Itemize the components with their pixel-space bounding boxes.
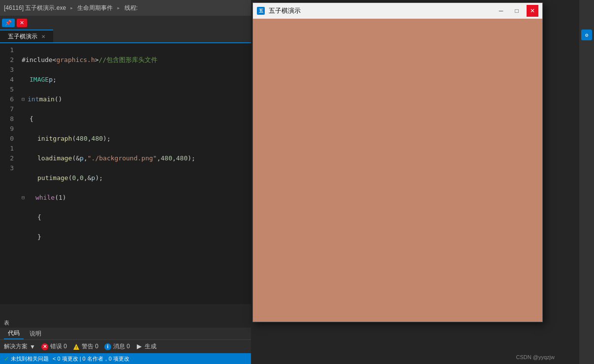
csdn-watermark: CSDN @yyqzjw	[516, 354, 555, 360]
tab-desc-label: 说明	[30, 330, 41, 337]
warning-label: 警告 0	[82, 342, 98, 351]
tab-code-label: 代码	[8, 330, 20, 336]
tab-desc[interactable]: 说明	[26, 329, 45, 339]
active-tab[interactable]: 五子棋演示 ✕	[0, 30, 53, 42]
right-bar-icon[interactable]: ⚙	[581, 30, 592, 40]
tab-code[interactable]: 代码	[4, 328, 24, 339]
code-line-10: }	[22, 232, 247, 240]
bottom-tabs: 代码 说明	[0, 328, 251, 339]
close-button[interactable]: ✕	[17, 19, 27, 27]
float-window-title: 五子棋演示	[269, 6, 491, 15]
tab-bar: 五子棋演示 ✕	[0, 30, 251, 43]
error-bar: 解决方案 ▼ ✕ 错误 0 ! 警告 0 i 消息 0 生成	[0, 339, 251, 353]
code-empty-area	[0, 240, 251, 304]
error-item[interactable]: ✕ 错误 0	[41, 342, 67, 351]
pin-button[interactable]: 📌	[2, 19, 15, 27]
line-numbers: 1 2 3 4 5 6 7 8 9 0 1 2 3	[0, 43, 18, 240]
message-label: 消息 0	[113, 342, 130, 351]
svg-text:!: !	[76, 345, 77, 350]
status-check-item: ✓ 未找到相关问题	[4, 355, 49, 363]
message-item[interactable]: i 消息 0	[104, 342, 130, 351]
status-no-issues: 未找到相关问题	[11, 355, 49, 363]
check-icon: ✓	[4, 355, 9, 363]
code-line-1: #include<graphics.h>//包含图形库头文件	[22, 55, 247, 65]
code-content[interactable]: #include<graphics.h>//包含图形库头文件 IMAGE p; …	[18, 43, 251, 240]
code-line-8: ⊟while (1)	[22, 193, 247, 203]
lifecycle-label: 生命周期事件	[77, 4, 113, 12]
title-bar: [46116] 五子棋演示.exe ▸ 生命周期事件 ▸ 线程:	[0, 0, 251, 16]
float-window[interactable]: 五 五子棋演示 ─ □ ✕	[252, 2, 543, 322]
message-icon: i	[104, 343, 111, 350]
thread-label: 线程:	[125, 4, 138, 12]
code-editor[interactable]: 1 2 3 4 5 6 7 8 9 0 1 2 3 #include<graph…	[0, 43, 251, 240]
title-sep: ▸	[70, 4, 73, 11]
git-status-text: < 0 项更改 | 0 名作者，0 项更改	[53, 355, 129, 363]
solution-label: 解决方案	[4, 342, 28, 351]
git-status-item: < 0 项更改 | 0 名作者，0 项更改	[53, 355, 129, 363]
title-text: [46116] 五子棋演示.exe	[4, 4, 66, 12]
float-window-icon: 五	[257, 7, 265, 15]
solution-dropdown-icon[interactable]: ▼	[30, 343, 35, 350]
code-line-7: putimage(0, 0, &p);	[22, 173, 247, 183]
status-bar: ✓ 未找到相关问题 < 0 项更改 | 0 名作者，0 项更改	[0, 353, 251, 364]
tab-name: 五子棋演示	[8, 32, 37, 41]
code-line-6: loadimage(&p, "./background.png", 480, 4…	[22, 153, 247, 163]
warning-icon: !	[73, 343, 80, 350]
maximize-button[interactable]: □	[511, 5, 523, 17]
tab-close-icon[interactable]: ✕	[41, 34, 45, 39]
code-line-9: {	[22, 212, 247, 222]
build-item[interactable]: 生成	[136, 342, 156, 351]
panel-title: 表	[0, 318, 251, 328]
panel-title-text: 表	[4, 319, 9, 327]
code-line-5: initgraph(480, 480);	[22, 134, 247, 144]
warning-item[interactable]: ! 警告 0	[73, 342, 98, 351]
code-line-4: {	[22, 114, 247, 124]
solution-dropdown[interactable]: 解决方案 ▼	[4, 342, 35, 351]
error-label: 错误 0	[50, 342, 67, 351]
build-icon	[136, 343, 143, 350]
build-label: 生成	[145, 342, 156, 351]
vertical-right-bar: ⚙	[579, 0, 594, 364]
float-title-bar: 五 五子棋演示 ─ □ ✕	[253, 3, 542, 19]
title-sep2: ▸	[117, 4, 120, 11]
toolbar: 📌 ✕	[0, 16, 251, 30]
code-line-2: IMAGE p;	[22, 75, 247, 85]
minimize-button[interactable]: ─	[495, 5, 507, 17]
close-float-button[interactable]: ✕	[527, 5, 538, 17]
code-line-3: ⊟int main()	[22, 94, 247, 104]
error-icon: ✕	[41, 343, 48, 350]
float-content	[253, 19, 542, 322]
